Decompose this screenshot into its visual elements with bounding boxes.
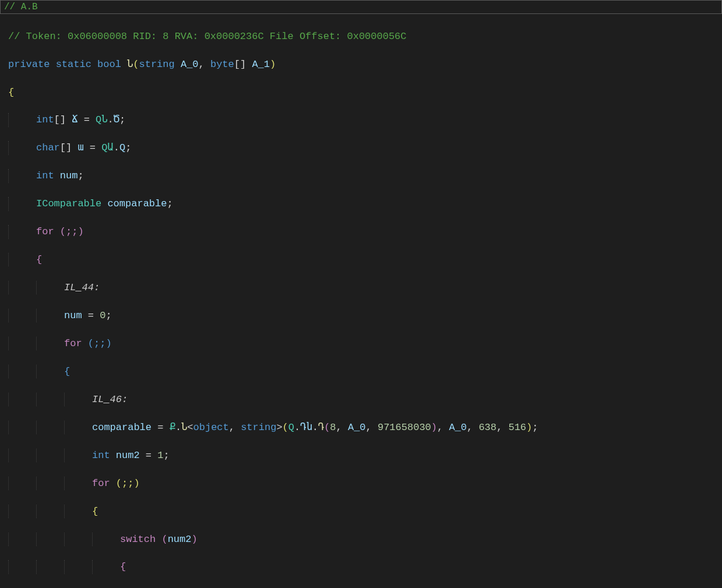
variable: num2 (168, 534, 192, 545)
code-line: comparable = Ք.Ն<object, string>(Q.Դն.Դ(… (8, 421, 720, 434)
keyword: int (92, 450, 110, 461)
keyword: switch (120, 534, 156, 545)
number: 971658030 (378, 422, 431, 433)
paren: ( (133, 59, 139, 70)
comma: , (437, 422, 449, 433)
paren: (;;) (54, 226, 84, 237)
param: A_0 (449, 422, 467, 433)
number: 516 (508, 422, 526, 433)
variable: num2 (110, 450, 140, 461)
type: QԱ (101, 142, 113, 153)
param: A_0 (348, 422, 366, 433)
comma: , (366, 422, 378, 433)
paren: ( (324, 422, 330, 433)
code-editor[interactable]: // Token: 0x06000008 RID: 8 RVA: 0x00002… (0, 14, 722, 588)
field: Ծ (114, 114, 119, 125)
brace: { (64, 366, 70, 377)
keyword: int (36, 114, 54, 125)
breadcrumb[interactable]: // A.B (0, 0, 722, 14)
comma: , (336, 422, 348, 433)
comma: , (199, 59, 210, 70)
variable: comparable (101, 198, 167, 209)
param: A_0 (181, 59, 199, 70)
op: = (152, 422, 170, 433)
number: 1 (157, 450, 163, 461)
semicolon: ; (163, 450, 169, 461)
type: Ք (170, 422, 175, 433)
dot: . (294, 422, 300, 433)
code-line: IComparable comparable; (8, 197, 720, 210)
field: Q (119, 142, 125, 153)
keyword: static (56, 59, 91, 70)
semicolon: ; (167, 198, 172, 209)
dot: . (108, 114, 114, 125)
code-line: switch (num2) (8, 533, 720, 546)
code-line: IL_44: (8, 281, 720, 294)
keyword: for (92, 478, 110, 489)
keyword: bool (97, 59, 121, 70)
code-line: for (;;) (8, 477, 720, 490)
variable: ա (78, 142, 83, 153)
method-name: Ն (127, 59, 133, 70)
code-line: // Token: 0x06000008 RID: 8 RVA: 0x00002… (8, 30, 720, 43)
type: Q (288, 422, 294, 433)
variable: comparable (92, 422, 152, 433)
keyword: int (36, 170, 54, 181)
op: = (82, 310, 100, 321)
comma: , (229, 422, 241, 433)
number: 638 (478, 422, 496, 433)
brace: { (8, 87, 14, 98)
brackets: [] (54, 114, 72, 125)
comma: , (496, 422, 508, 433)
code-line: int num2 = 1; (8, 449, 720, 462)
type: object (193, 422, 229, 433)
semicolon: ; (78, 170, 83, 181)
code-line: for (;;) (8, 225, 720, 238)
brackets: [] (234, 59, 252, 70)
keyword: private (8, 59, 50, 70)
brace: { (92, 506, 98, 517)
op: = (78, 114, 96, 125)
comma: , (467, 422, 478, 433)
keyword: for (64, 338, 82, 349)
paren: ( (161, 534, 167, 545)
brace: { (36, 254, 42, 265)
code-line: { (8, 86, 720, 99)
code-line: int[] Ճ = QՆ.Ծ; (8, 113, 720, 126)
breadcrumb-text: // A.B (4, 2, 38, 12)
number: 0 (100, 310, 105, 321)
dot: . (114, 142, 119, 153)
paren: (;;) (82, 338, 112, 349)
keyword: for (36, 226, 54, 237)
method: Դ (318, 422, 324, 433)
dot: . (175, 422, 181, 433)
brace: { (120, 561, 126, 572)
semicolon: ; (119, 114, 125, 125)
op: = (84, 142, 102, 153)
code-line: private static bool Ն(string A_0, byte[]… (8, 58, 720, 71)
type: byte (210, 59, 234, 70)
paren: ) (526, 422, 532, 433)
type: string (139, 59, 175, 70)
semicolon: ; (125, 142, 131, 153)
code-line: { (8, 505, 720, 518)
variable: num (64, 310, 82, 321)
code-line: { (8, 560, 720, 573)
comment: // Token: 0x06000008 RID: 8 RVA: 0x00002… (8, 31, 407, 42)
code-line: int num; (8, 169, 720, 182)
space (156, 534, 161, 545)
semicolon: ; (105, 310, 111, 321)
type: string (241, 422, 276, 433)
code-line: for (;;) (8, 337, 720, 350)
type: QՆ (96, 114, 107, 125)
paren: ( (283, 422, 288, 433)
variable: num (54, 170, 78, 181)
code-line: IL_46: (8, 393, 720, 406)
code-line: { (8, 253, 720, 266)
paren: ) (270, 59, 276, 70)
paren: (;;) (110, 478, 140, 489)
paren: ) (431, 422, 437, 433)
number: 8 (330, 422, 336, 433)
dot: . (312, 422, 318, 433)
brackets: [] (60, 142, 78, 153)
